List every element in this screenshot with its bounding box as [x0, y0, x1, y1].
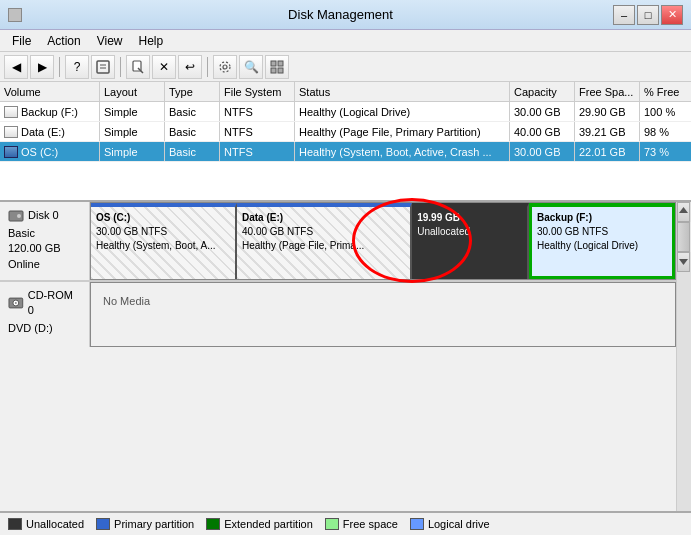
menu-bar: File Action View Help	[0, 30, 691, 52]
disk-0-partitions: OS (C:) 30.00 GB NTFS Healthy (System, B…	[90, 202, 676, 280]
cell-volume-0: Backup (F:)	[0, 102, 100, 121]
menu-action[interactable]: Action	[39, 32, 88, 50]
partition-e[interactable]: Data (E:) 40.00 GB NTFS Healthy (Page Fi…	[237, 203, 412, 279]
close-button[interactable]: ✕	[661, 5, 683, 25]
svg-rect-10	[278, 68, 283, 73]
partition-f[interactable]: Backup (F:) 30.00 GB NTFS Healthy (Logic…	[529, 203, 675, 279]
cdrom-partition: No Media	[90, 282, 676, 347]
cell-status-2: Healthy (System, Boot, Active, Crash ...	[295, 142, 510, 161]
legend-extended: Extended partition	[206, 518, 313, 530]
header-cap: Capacity	[510, 82, 575, 101]
cell-cap-0: 30.00 GB	[510, 102, 575, 121]
legend-box-primary	[96, 518, 110, 530]
cell-fs-2: NTFS	[220, 142, 295, 161]
volume-icon-0	[4, 106, 18, 118]
cell-volume-2: OS (C:)	[0, 142, 100, 161]
table-row[interactable]: Data (E:) Simple Basic NTFS Healthy (Pag…	[0, 122, 691, 142]
svg-rect-9	[271, 68, 276, 73]
cell-volume-1: Data (E:)	[0, 122, 100, 141]
scroll-thumb-area[interactable]	[677, 222, 691, 252]
disk-icon	[8, 208, 24, 224]
cell-free-0: 29.90 GB	[575, 102, 640, 121]
volume-icon-1	[4, 126, 18, 138]
cell-type-1: Basic	[165, 122, 220, 141]
legend-box-free	[325, 518, 339, 530]
properties-button[interactable]	[91, 55, 115, 79]
menu-file[interactable]: File	[4, 32, 39, 50]
legend-primary: Primary partition	[96, 518, 194, 530]
legend-logical: Logical drive	[410, 518, 490, 530]
view-button[interactable]	[265, 55, 289, 79]
cell-layout-0: Simple	[100, 102, 165, 121]
new-button[interactable]	[126, 55, 150, 79]
header-status: Status	[295, 82, 510, 101]
svg-point-6	[220, 62, 230, 72]
back-button[interactable]: ◀	[4, 55, 28, 79]
disk-0-label: Disk 0 Basic 120.00 GB Online	[0, 202, 90, 280]
legend-box-unallocated	[8, 518, 22, 530]
volume-icon-2	[4, 146, 18, 158]
table-row[interactable]: OS (C:) Simple Basic NTFS Healthy (Syste…	[0, 142, 691, 162]
cdrom-label: CD-ROM 0 DVD (D:)	[0, 282, 90, 347]
delete-button[interactable]: ✕	[152, 55, 176, 79]
disk-area: Disk 0 Basic 120.00 GB Online OS (C:) 30…	[0, 202, 691, 511]
cell-layout-1: Simple	[100, 122, 165, 141]
part-f-size: 30.00 GB NTFS	[537, 225, 667, 239]
part-unalloc-label: Unallocated	[417, 225, 522, 239]
cell-pct-2: 73 %	[640, 142, 690, 161]
header-fs: File System	[220, 82, 295, 101]
svg-point-15	[15, 302, 17, 304]
settings-button[interactable]	[213, 55, 237, 79]
svg-marker-17	[679, 259, 688, 265]
toolbar-separator-3	[207, 57, 208, 77]
cell-cap-1: 40.00 GB	[510, 122, 575, 141]
cell-cap-2: 30.00 GB	[510, 142, 575, 161]
table-row[interactable]: Backup (F:) Simple Basic NTFS Healthy (L…	[0, 102, 691, 122]
minimize-button[interactable]: –	[613, 5, 635, 25]
search-button[interactable]: 🔍	[239, 55, 263, 79]
cell-fs-0: NTFS	[220, 102, 295, 121]
window-controls[interactable]: – □ ✕	[613, 5, 683, 25]
cell-status-0: Healthy (Logical Drive)	[295, 102, 510, 121]
title-bar: Disk Management – □ ✕	[0, 0, 691, 30]
help-button[interactable]: ?	[65, 55, 89, 79]
part-unalloc-size: 19.99 GB	[417, 211, 522, 225]
partition-unallocated[interactable]: 19.99 GB Unallocated	[412, 203, 529, 279]
header-volume: Volume	[0, 82, 100, 101]
part-c-detail: Healthy (System, Boot, A...	[96, 239, 230, 253]
legend-box-extended	[206, 518, 220, 530]
refresh-button[interactable]: ↩	[178, 55, 202, 79]
svg-rect-8	[278, 61, 283, 66]
part-c-size: 30.00 GB NTFS	[96, 225, 230, 239]
forward-button[interactable]: ▶	[30, 55, 54, 79]
cell-layout-2: Simple	[100, 142, 165, 161]
legend: Unallocated Primary partition Extended p…	[0, 511, 691, 535]
cdrom-icon	[8, 295, 24, 311]
toolbar-separator-2	[120, 57, 121, 77]
header-layout: Layout	[100, 82, 165, 101]
partition-c[interactable]: OS (C:) 30.00 GB NTFS Healthy (System, B…	[91, 203, 237, 279]
cell-type-2: Basic	[165, 142, 220, 161]
cdrom-row: CD-ROM 0 DVD (D:) No Media	[0, 282, 676, 347]
scrollbar[interactable]	[676, 202, 691, 511]
toolbar-separator-1	[59, 57, 60, 77]
part-e-size: 40.00 GB NTFS	[242, 225, 405, 239]
maximize-button[interactable]: □	[637, 5, 659, 25]
scroll-down-button[interactable]	[677, 252, 690, 272]
menu-help[interactable]: Help	[131, 32, 172, 50]
legend-unallocated: Unallocated	[8, 518, 84, 530]
part-f-title: Backup (F:)	[537, 211, 667, 225]
legend-box-logical	[410, 518, 424, 530]
cell-status-1: Healthy (Page File, Primary Partition)	[295, 122, 510, 141]
disk-content: Disk 0 Basic 120.00 GB Online OS (C:) 30…	[0, 202, 676, 511]
disk-0-row: Disk 0 Basic 120.00 GB Online OS (C:) 30…	[0, 202, 676, 282]
menu-view[interactable]: View	[89, 32, 131, 50]
svg-rect-7	[271, 61, 276, 66]
scroll-thumb[interactable]	[677, 222, 690, 252]
scroll-up-button[interactable]	[677, 202, 690, 222]
cell-fs-1: NTFS	[220, 122, 295, 141]
svg-marker-16	[679, 207, 688, 213]
cell-pct-0: 100 %	[640, 102, 690, 121]
main-area: Volume Layout Type File System Status Ca…	[0, 82, 691, 535]
part-e-title: Data (E:)	[242, 211, 405, 225]
